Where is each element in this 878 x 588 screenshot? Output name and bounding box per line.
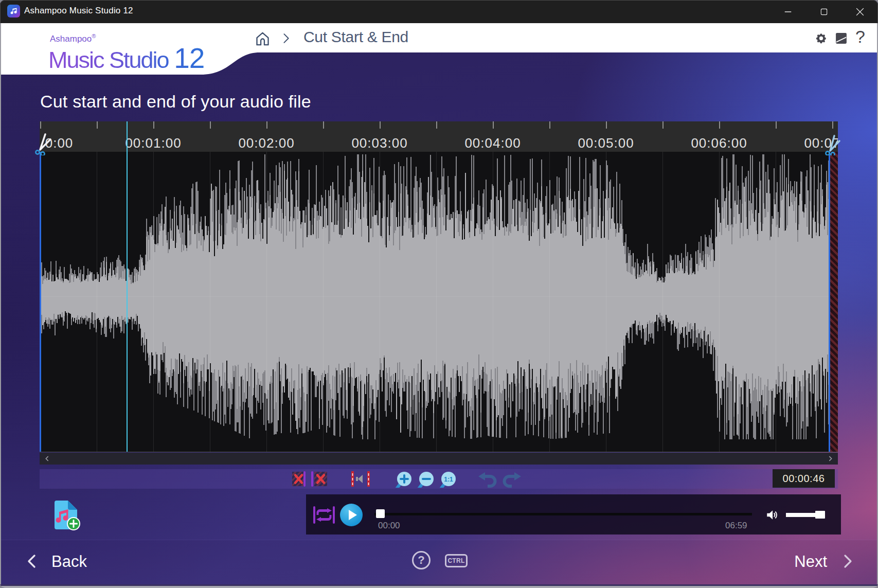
svg-text:1:1: 1:1: [444, 476, 453, 483]
